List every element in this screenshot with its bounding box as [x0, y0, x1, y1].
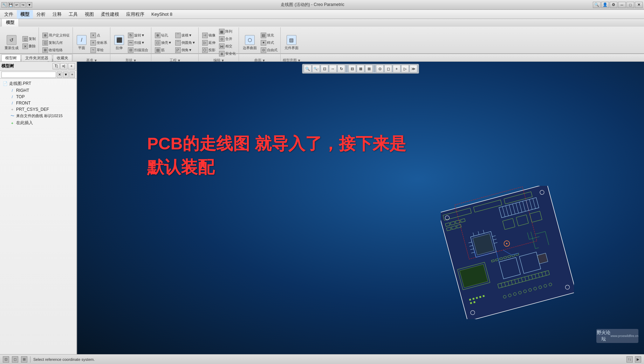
btn-delete[interactable]: ✕ 删除	[21, 43, 37, 50]
view-tab-model-tree[interactable]: 模型树	[1, 54, 21, 61]
tree-item-insert[interactable]: + 在此插入	[0, 119, 76, 127]
btn-draft[interactable]: ⌒ 拔模▼	[174, 32, 197, 39]
btn-boundary-surface[interactable]: ⬡ 边界曲面	[241, 34, 259, 52]
ribbon-group-operations-content: ↺ 重新生成 ◫ 复制 ✕ 删除	[3, 27, 37, 58]
tree-item-top[interactable]: / TOP	[0, 94, 76, 100]
model-tree-label: 模型树	[1, 63, 52, 69]
ribbon-small-col-edit1: ⊣ 镜像 ▷ 延伸 ⬡ 投影	[201, 32, 217, 54]
btn-shell[interactable]: ◻ 抽壳▼	[153, 39, 173, 46]
menu-annotation[interactable]: 注释	[49, 10, 65, 19]
search-button[interactable]: 🔍	[593, 2, 601, 8]
btn-csys[interactable]: + 坐标系	[89, 39, 109, 46]
tree-item-csys[interactable]: + PRT_CSYS_DEF	[0, 106, 76, 113]
vp-rotate[interactable]: ↻	[337, 65, 345, 73]
quick-access-undo[interactable]: ↩	[14, 2, 20, 8]
tree-item-front[interactable]: / FRONT	[0, 100, 76, 106]
btn-sweep[interactable]: 〜 扫描▼	[126, 39, 150, 46]
quick-access-more[interactable]: ▼	[27, 2, 32, 8]
btn-extrude[interactable]: ⬛ 拉伸	[112, 34, 126, 52]
menu-apps[interactable]: 应用程序	[123, 10, 148, 19]
btn-sketch[interactable]: ~ 草绘	[89, 47, 109, 54]
btn-solidify[interactable]: ⊕ 安全化	[218, 50, 237, 57]
maximize-button[interactable]: □	[626, 2, 634, 8]
vp-spin-center[interactable]: +	[393, 65, 400, 73]
vp-zoom-fit[interactable]: ⊡	[321, 65, 328, 73]
status-right-icon1[interactable]: ↑↓	[626, 356, 633, 363]
btn-point[interactable]: • 点	[89, 32, 109, 39]
menu-analysis[interactable]: 分析	[33, 10, 49, 19]
status-right-icon2[interactable]: ▶	[635, 356, 641, 363]
menu-model[interactable]: 模型	[17, 10, 33, 19]
btn-fill[interactable]: ▤ 填充	[259, 32, 279, 39]
menu-view[interactable]: 视图	[81, 10, 97, 19]
sidebar-add-btn[interactable]: +	[68, 63, 75, 69]
account-button[interactable]: 👤	[601, 2, 609, 8]
titlebar-left-icons: 🔧 💾 ↩ ↪ ▼	[1, 2, 32, 8]
close-button[interactable]: ✕	[635, 2, 643, 8]
point-icon: •	[90, 33, 96, 38]
minimize-button[interactable]: ─	[618, 2, 626, 8]
quick-access-redo[interactable]: ↪	[20, 2, 26, 8]
ribbon-group-engineering: ⊕ 钻孔 ◻ 抽壳▼ ▤ 筋 ⌒ 拔模▼	[152, 27, 199, 63]
view-tab-favorites[interactable]: 收藏夹	[53, 54, 72, 61]
tree-insert-label: 在此插入	[16, 120, 33, 126]
ribbon-tab-model[interactable]: 模型	[1, 19, 19, 27]
btn-plane[interactable]: / 平面	[75, 34, 88, 52]
csys-icon: +	[90, 40, 96, 46]
menu-keyshot[interactable]: KeyShot 8	[148, 11, 176, 18]
main-layout: 模型树 T| ≡| + ✕ ▼ + 📄 走线图.PRT / RIGHT /	[0, 62, 644, 354]
btn-intersect[interactable]: ⋈ 相交	[218, 43, 237, 50]
vp-perspective[interactable]: ⊞	[365, 65, 373, 73]
btn-freestyle[interactable]: ⊙ 自由式	[259, 47, 279, 54]
vp-pan[interactable]: ↔	[329, 65, 337, 73]
btn-copy-geom[interactable]: ◫ 复制几何	[41, 39, 71, 46]
btn-chamfer[interactable]: ◸ 倒角▼	[174, 47, 197, 54]
vp-saved-views[interactable]: ⊟	[348, 65, 356, 73]
search-filter-btn[interactable]: ▼	[63, 72, 69, 78]
btn-component-interface[interactable]: ▧ 元件界面	[283, 34, 300, 52]
vp-more[interactable]: ≫	[410, 65, 417, 73]
btn-style[interactable]: ✦ 样式	[259, 39, 279, 46]
viewport[interactable]: 🔍 🔍- ⊡ ↔ ↻ ⊟ ⊠ ⊞ ⊙ ◻ + ▷ ≫ PCB的走线图 就导入了，…	[77, 62, 644, 354]
ribbon-group-surface-content: ⬡ 边界曲面 ▤ 填充 ✦ 样式 ⊙ 自由式	[241, 27, 279, 58]
tree-search-input[interactable]	[1, 72, 56, 78]
sidebar-sort-btn[interactable]: ≡|	[60, 63, 67, 69]
tree-item-root[interactable]: 📄 走线图.PRT	[0, 80, 76, 87]
round-icon: ⌒	[175, 40, 181, 46]
sidebar-settings-btn[interactable]: T|	[53, 63, 60, 69]
ribbon-group-engineering-content: ⊕ 钻孔 ◻ 抽壳▼ ▤ 筋 ⌒ 拔模▼	[153, 27, 197, 58]
btn-rib[interactable]: ▤ 筋	[153, 47, 173, 54]
vp-zoom-out[interactable]: 🔍-	[312, 65, 320, 73]
btn-mirror[interactable]: ⊣ 镜像	[201, 32, 217, 39]
btn-array[interactable]: ▦ 阵列	[218, 28, 237, 35]
btn-shrink-wrap[interactable]: ⊞ 收缩包络	[41, 47, 71, 54]
vp-appearance[interactable]: ▷	[401, 65, 409, 73]
vp-display-mode[interactable]: ⊙	[376, 65, 384, 73]
vp-datum-display[interactable]: ◻	[384, 65, 392, 73]
btn-extend[interactable]: ▷ 延伸	[201, 39, 217, 46]
btn-hole[interactable]: ⊕ 钻孔	[153, 32, 173, 39]
menu-flex-model[interactable]: 柔性建模	[97, 10, 123, 19]
view-tab-folder-browser[interactable]: 文件夹浏览器	[21, 54, 52, 61]
search-add-btn[interactable]: +	[69, 72, 75, 78]
btn-revolve[interactable]: ↻ 旋转▼	[126, 32, 150, 39]
menu-file[interactable]: 文件	[1, 10, 17, 19]
btn-project[interactable]: ⬡ 投影	[201, 47, 217, 54]
menu-tools[interactable]: 工具	[65, 10, 81, 19]
btn-copy[interactable]: ◫ 复制	[21, 35, 37, 42]
btn-merge[interactable]: ⊙ 合并	[218, 35, 237, 42]
quick-access-save[interactable]: 💾	[8, 2, 13, 8]
search-clear-btn[interactable]: ✕	[57, 72, 62, 78]
settings-button[interactable]: ⚙	[610, 2, 617, 8]
btn-regenerate[interactable]: ↺ 重新生成	[3, 34, 20, 52]
tree-item-right[interactable]: / RIGHT	[0, 87, 76, 94]
ribbon-small-col-datum: • 点 + 坐标系 ~ 草绘	[89, 32, 109, 54]
tree-item-curve[interactable]: 〜 来自文件的曲线 标识10215	[0, 113, 76, 119]
btn-user-feature[interactable]: ⊕ 用户定义特征	[41, 32, 71, 39]
vp-zoom-in[interactable]: 🔍	[304, 65, 311, 73]
vp-named-views[interactable]: ⊠	[357, 65, 364, 73]
btn-blend[interactable]: ⊟ 扫描混合	[126, 47, 150, 54]
style-icon: ✦	[261, 40, 266, 46]
btn-round[interactable]: ⌒ 倒圆角▼	[174, 39, 197, 46]
tree-insert-icon: +	[10, 121, 15, 126]
